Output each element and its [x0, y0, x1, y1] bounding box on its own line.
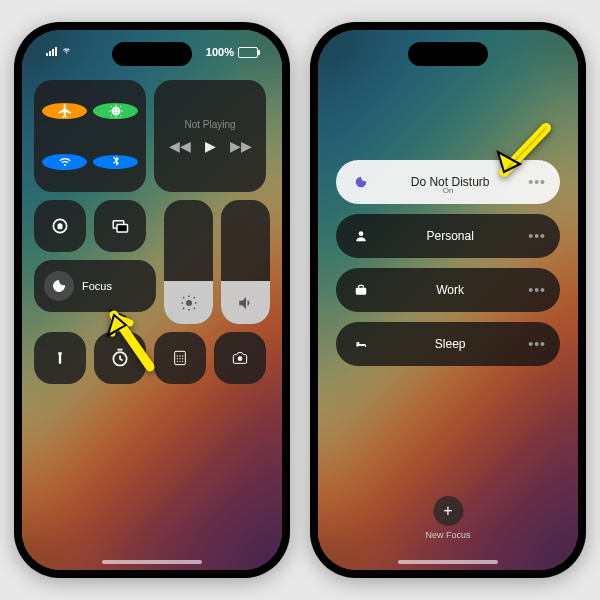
- focus-label: Focus: [82, 280, 112, 292]
- svg-point-18: [359, 231, 364, 236]
- calculator-button[interactable]: [154, 332, 206, 384]
- airplane-mode-button[interactable]: [42, 103, 87, 119]
- new-focus-label: New Focus: [425, 530, 470, 540]
- focus-item-status: On: [336, 186, 560, 195]
- battery-pct: 100%: [206, 46, 234, 58]
- connectivity-tile[interactable]: [34, 80, 146, 192]
- home-indicator[interactable]: [398, 560, 498, 564]
- focus-item-dnd[interactable]: Do Not Disturb On •••: [336, 160, 560, 204]
- svg-point-10: [177, 358, 178, 359]
- briefcase-icon: [350, 283, 372, 297]
- brightness-slider[interactable]: [164, 200, 213, 324]
- signal-wifi: [46, 46, 73, 58]
- focus-item-sleep[interactable]: Sleep •••: [336, 322, 560, 366]
- screen: Do Not Disturb On ••• Personal ••• Work …: [318, 30, 578, 570]
- focus-item-label: Sleep: [372, 337, 528, 351]
- svg-point-15: [182, 361, 183, 362]
- media-title: Not Playing: [184, 119, 235, 130]
- svg-point-7: [177, 355, 178, 356]
- more-icon[interactable]: •••: [528, 228, 546, 244]
- focus-item-work[interactable]: Work •••: [336, 268, 560, 312]
- focus-mode-list: Do Not Disturb On ••• Personal ••• Work …: [336, 160, 560, 376]
- svg-point-14: [179, 361, 180, 362]
- control-center: Not Playing ◀◀ ▶ ▶▶ Focus: [34, 80, 270, 558]
- focus-item-label: Work: [372, 283, 528, 297]
- focus-button[interactable]: Focus: [34, 260, 156, 312]
- camera-button[interactable]: [214, 332, 266, 384]
- plus-icon[interactable]: +: [433, 496, 463, 526]
- svg-point-12: [182, 358, 183, 359]
- timer-button[interactable]: [94, 332, 146, 384]
- next-icon[interactable]: ▶▶: [230, 138, 252, 154]
- media-tile[interactable]: Not Playing ◀◀ ▶ ▶▶: [154, 80, 266, 192]
- svg-point-9: [182, 355, 183, 356]
- play-icon[interactable]: ▶: [205, 138, 216, 154]
- svg-point-4: [186, 300, 192, 306]
- person-icon: [350, 229, 372, 243]
- flashlight-button[interactable]: [34, 332, 86, 384]
- new-focus[interactable]: + New Focus: [425, 496, 470, 540]
- prev-icon[interactable]: ◀◀: [169, 138, 191, 154]
- bluetooth-button[interactable]: [93, 155, 138, 169]
- moon-icon: [44, 271, 74, 301]
- battery-icon: [238, 47, 258, 58]
- screen: 100% Not Playing ◀◀ ▶ ▶▶: [22, 30, 282, 570]
- svg-rect-19: [356, 288, 367, 295]
- screen-mirroring-button[interactable]: [94, 200, 146, 252]
- orientation-lock-button[interactable]: [34, 200, 86, 252]
- home-indicator[interactable]: [102, 560, 202, 564]
- bed-icon: [350, 338, 372, 350]
- phone-right: Do Not Disturb On ••• Personal ••• Work …: [310, 22, 586, 578]
- volume-slider[interactable]: [221, 200, 270, 324]
- phone-left: 100% Not Playing ◀◀ ▶ ▶▶: [14, 22, 290, 578]
- wifi-button[interactable]: [42, 154, 87, 170]
- dynamic-island: [112, 42, 192, 66]
- svg-point-8: [179, 355, 180, 356]
- svg-rect-1: [58, 224, 61, 228]
- svg-point-11: [179, 358, 180, 359]
- more-icon[interactable]: •••: [528, 336, 546, 352]
- focus-item-personal[interactable]: Personal •••: [336, 214, 560, 258]
- focus-item-label: Personal: [372, 229, 528, 243]
- svg-point-13: [177, 361, 178, 362]
- svg-rect-3: [117, 225, 128, 233]
- cellular-button[interactable]: [93, 103, 138, 119]
- svg-point-16: [238, 356, 243, 361]
- dynamic-island: [408, 42, 488, 66]
- more-icon[interactable]: •••: [528, 282, 546, 298]
